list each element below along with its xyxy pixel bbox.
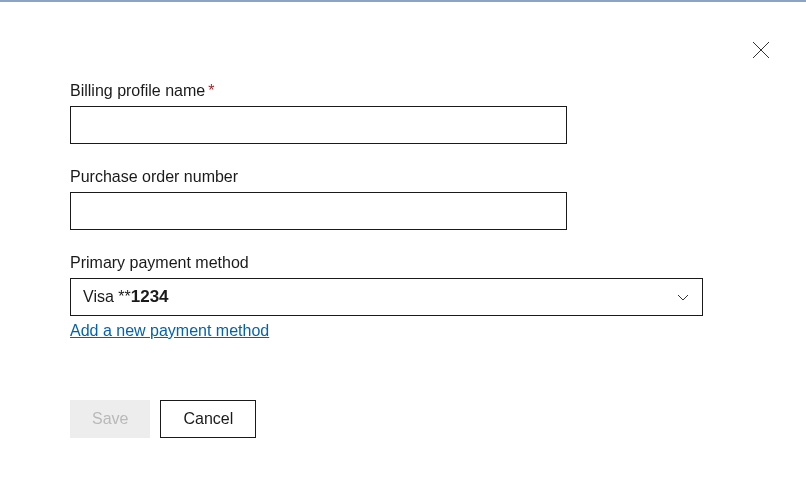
billing-profile-name-label: Billing profile name* — [70, 82, 736, 100]
purchase-order-input[interactable] — [70, 192, 567, 230]
required-indicator: * — [208, 82, 214, 99]
add-payment-method-link[interactable]: Add a new payment method — [70, 322, 269, 340]
action-buttons: Save Cancel — [70, 400, 736, 438]
close-button[interactable] — [751, 40, 771, 60]
payment-method-label: Primary payment method — [70, 254, 736, 272]
payment-method-field: Primary payment method Visa **1234 Add a… — [70, 254, 736, 340]
card-prefix: Visa ** — [83, 288, 131, 305]
card-last-digits: 1234 — [131, 287, 169, 306]
cancel-button[interactable]: Cancel — [160, 400, 256, 438]
payment-method-selected: Visa **1234 — [83, 287, 169, 307]
label-text: Billing profile name — [70, 82, 205, 99]
close-icon — [752, 41, 770, 59]
payment-method-dropdown[interactable]: Visa **1234 — [70, 278, 703, 316]
billing-profile-name-field: Billing profile name* — [70, 82, 736, 144]
chevron-down-icon — [676, 290, 690, 304]
purchase-order-label: Purchase order number — [70, 168, 736, 186]
purchase-order-field: Purchase order number — [70, 168, 736, 230]
billing-profile-form: Billing profile name* Purchase order num… — [0, 2, 806, 438]
save-button[interactable]: Save — [70, 400, 150, 438]
billing-profile-name-input[interactable] — [70, 106, 567, 144]
